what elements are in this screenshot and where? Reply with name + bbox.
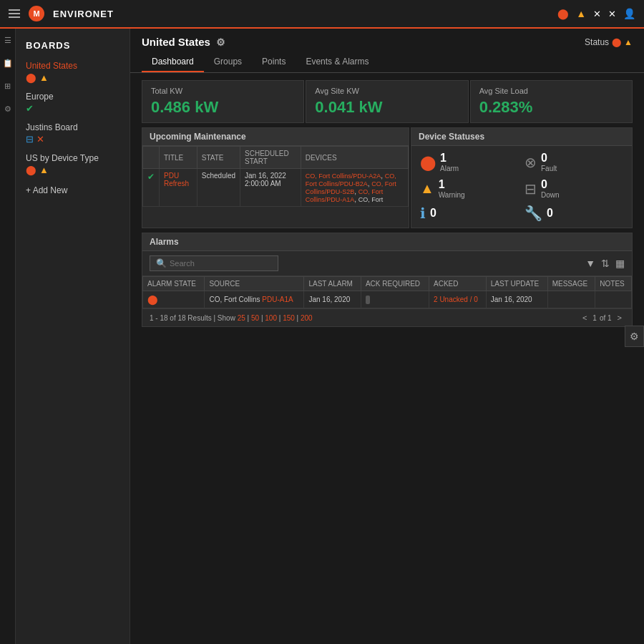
ds-maint-text: 0: [547, 207, 553, 220]
status-warning-icon: ▲: [624, 37, 633, 47]
content-title-group: United States ⚙: [142, 36, 225, 48]
device-more: CO, Fort: [358, 196, 384, 203]
col-checkbox: [143, 147, 160, 169]
alarm-ack-required: [361, 291, 429, 308]
show-25-link[interactable]: 25: [238, 314, 245, 322]
nav-icon-gear[interactable]: ⚙: [2, 104, 14, 116]
alarm-notes: [595, 291, 632, 308]
maintenance-panel: Upcoming Maintenance TITLE STATE SCHEDUL…: [142, 127, 409, 228]
nav-icon-2[interactable]: 📋: [2, 59, 14, 70]
alarm-col-state: ALARM STATE: [143, 277, 205, 291]
sidebar-item-badges: ⬤ ▲: [26, 165, 119, 175]
nav-icon-3[interactable]: ⊞: [2, 82, 14, 93]
alarm-col-last-update: LAST UPDATE: [486, 277, 547, 291]
fault-label: Fault: [541, 165, 557, 172]
alarm-icon: ⬤: [420, 154, 436, 171]
tab-groups[interactable]: Groups: [204, 52, 252, 72]
alarm-last-alarm: Jan 16, 2020: [304, 291, 361, 308]
search-input[interactable]: [170, 259, 272, 268]
ds-warning: ▲ 1 Warning: [420, 178, 519, 199]
next-page-button[interactable]: >: [615, 312, 625, 323]
ds-info-text: 0: [430, 207, 436, 220]
alarm-col-source: SOURCE: [205, 277, 304, 291]
alarms-section: Alarms 🔍 ▼ ⇅ ▦ ALARM STATE SOURCE L: [142, 233, 633, 327]
stat-total-kw-value: 0.486 kW: [151, 98, 295, 117]
gear-icon: ⚙: [630, 331, 639, 342]
show-200-link[interactable]: 200: [301, 314, 313, 322]
toolbar-icons: ▼ ⇅ ▦: [585, 258, 625, 269]
status-alert-icon: ⬤: [612, 37, 621, 47]
alarm-source-cell: CO, Fort Collins PDU-A1A: [205, 291, 304, 308]
close-icon[interactable]: ✕: [608, 9, 616, 19]
alarm-source-text: CO, Fort Collins: [209, 296, 262, 303]
content-area: United States ⚙ Status ⬤ ▲ Dashboard Gro…: [130, 29, 644, 644]
alarm-source-link[interactable]: PDU-A1A: [262, 296, 293, 303]
stat-avg-site-kw: Avg Site KW 0.041 kW: [306, 80, 468, 123]
alert-badge-icon: ⬤: [26, 72, 36, 83]
acked-link[interactable]: 2 Unacked / 0: [434, 296, 478, 303]
sidebar-item-label: United States: [26, 61, 119, 71]
current-page: 1: [592, 314, 597, 322]
maintenance-link[interactable]: PDU Refresh: [164, 172, 189, 187]
sidebar-item-badges: ⬤ ▲: [26, 72, 119, 83]
warning-badge-icon: ▲: [39, 72, 49, 83]
show-50-link[interactable]: 50: [251, 314, 259, 322]
alert-badge-icon: ⬤: [26, 165, 36, 175]
add-new-button[interactable]: + Add New: [16, 180, 130, 201]
sidebar-item-label: US by Device Type: [26, 153, 119, 163]
topbar-left: M ENVIRONET: [9, 6, 114, 21]
tab-dashboard[interactable]: Dashboard: [142, 52, 204, 72]
settings-gear-icon[interactable]: ⚙: [216, 36, 225, 48]
page-total: of 1: [600, 314, 612, 322]
alarm-state-cell: ⬤: [143, 291, 205, 308]
ds-alarm: ⬤ 1 Alarm: [420, 152, 519, 172]
sidebar-item-us-device[interactable]: US by Device Type ⬤ ▲: [16, 149, 130, 180]
col-devices: DEVICES: [301, 147, 408, 169]
ds-alarm-text: 1 Alarm: [440, 152, 459, 172]
ds-fault: ⊗ 0 Fault: [525, 152, 623, 172]
device-link[interactable]: CO, Fort Collins/PDU-A2A: [306, 172, 381, 180]
ds-warning-text: 1 Warning: [439, 178, 465, 199]
menu-icon[interactable]: [9, 9, 20, 18]
tab-events-alarms[interactable]: Events & Alarms: [296, 52, 379, 72]
prev-page-button[interactable]: <: [580, 312, 590, 323]
sidebar-item-united-states[interactable]: United States ⬤ ▲: [16, 57, 130, 87]
nav-icon-1[interactable]: ☰: [2, 36, 14, 47]
main-layout: ☰ 📋 ⊞ ⚙ BOARDS United States ⬤ ▲ Europe …: [0, 29, 644, 644]
columns-icon[interactable]: ▦: [615, 258, 625, 269]
table-row: ✔ PDU Refresh Scheduled Jan 16, 2022 2:0…: [143, 169, 409, 207]
down-label: Down: [541, 191, 560, 199]
device-statuses-title: Device Statuses: [411, 128, 632, 146]
stat-avg-site-load: Avg Site Load 0.283%: [470, 80, 633, 123]
sort-icon[interactable]: ⇅: [601, 258, 610, 269]
monitor-badge-icon: ⊟: [26, 134, 34, 145]
alarms-toolbar: 🔍 ▼ ⇅ ▦: [142, 251, 632, 276]
show-100-link[interactable]: 100: [265, 314, 277, 322]
alarm-col-message: MESSAGE: [547, 277, 595, 291]
ds-maint: 🔧 0: [525, 205, 623, 222]
stat-avg-kw-value: 0.041 kW: [315, 98, 459, 117]
show-150-link[interactable]: 150: [283, 314, 295, 322]
down-count: 0: [541, 178, 560, 191]
sidebar-item-justins-board[interactable]: Justins Board ⊟ ✕: [16, 118, 130, 149]
alarm-last-update: Jan 16, 2020: [486, 291, 547, 308]
warning-label: Warning: [439, 191, 465, 199]
ds-down-text: 0 Down: [541, 178, 560, 199]
sidebar-nav: BOARDS United States ⬤ ▲ Europe ✔ Justin…: [16, 29, 130, 644]
alert-icon[interactable]: ⬤: [557, 8, 569, 19]
user-icon[interactable]: 👤: [623, 8, 635, 19]
alarm-col-acked: ACKED: [429, 277, 487, 291]
sidebar-item-europe[interactable]: Europe ✔: [16, 87, 130, 118]
alarm-acked: 2 Unacked / 0: [429, 291, 487, 308]
tab-points[interactable]: Points: [252, 52, 296, 72]
wrench-icon[interactable]: ✕: [593, 9, 601, 19]
sidebar-item-label: Justins Board: [26, 122, 119, 132]
two-col-section: Upcoming Maintenance TITLE STATE SCHEDUL…: [130, 127, 644, 233]
alarm-col-ack-required: ACK REQUIRED: [361, 277, 429, 291]
filter-icon[interactable]: ▼: [585, 258, 595, 269]
fault-icon: ⊗: [525, 154, 537, 171]
page-nav: < 1 of 1 >: [580, 312, 625, 323]
alarm-table: ALARM STATE SOURCE LAST ALARM ACK REQUIR…: [142, 276, 632, 308]
right-settings-panel[interactable]: ⚙: [625, 326, 644, 347]
warning-icon[interactable]: ▲: [576, 8, 586, 19]
